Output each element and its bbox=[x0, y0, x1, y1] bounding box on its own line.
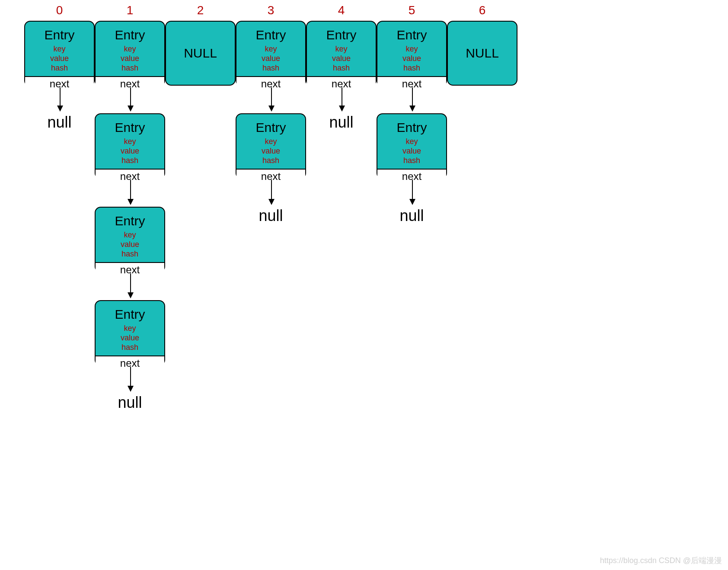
entry-fields: keyvaluehash bbox=[236, 42, 305, 76]
null-target: null bbox=[34, 113, 86, 131]
entry-node: Entrykeyvaluehashnext bbox=[377, 113, 447, 179]
entry-fields: keyvaluehash bbox=[96, 322, 164, 355]
null-target: null bbox=[245, 207, 297, 225]
arrow-down bbox=[271, 87, 272, 111]
arrow-down bbox=[130, 180, 131, 204]
hashmap-diagram: 0123456EntrykeyvaluehashnextnullEntrykey… bbox=[0, 0, 728, 570]
bucket-index: 5 bbox=[403, 3, 421, 17]
entry-title: Entry bbox=[307, 22, 376, 42]
entry-node: Entrykeyvaluehashnext bbox=[95, 300, 165, 366]
null-bucket: NULL bbox=[165, 21, 236, 86]
entry-title: Entry bbox=[96, 22, 164, 42]
entry-title: Entry bbox=[96, 301, 164, 322]
entry-title: Entry bbox=[25, 22, 94, 42]
arrow-down bbox=[130, 273, 131, 298]
null-target: null bbox=[316, 113, 367, 131]
entry-node: Entrykeyvaluehashnext bbox=[377, 21, 447, 86]
entry-title: Entry bbox=[96, 114, 164, 135]
entry-title: Entry bbox=[236, 114, 305, 135]
arrow-down bbox=[271, 180, 272, 204]
null-text: NULL bbox=[466, 46, 499, 61]
entry-node: Entrykeyvaluehashnext bbox=[95, 21, 165, 86]
null-target: null bbox=[386, 207, 438, 225]
bucket-index: 0 bbox=[51, 3, 68, 17]
entry-fields: keyvaluehash bbox=[96, 228, 164, 262]
entry-fields: keyvaluehash bbox=[96, 42, 164, 76]
arrow-down bbox=[342, 87, 342, 111]
entry-node: Entrykeyvaluehashnext bbox=[95, 207, 165, 272]
entry-title: Entry bbox=[236, 22, 305, 42]
bucket-index: 4 bbox=[333, 3, 350, 17]
arrow-down bbox=[412, 180, 413, 204]
arrow-down bbox=[130, 87, 131, 111]
bucket-index: 2 bbox=[192, 3, 209, 17]
bucket-index: 3 bbox=[262, 3, 280, 17]
entry-node: Entrykeyvaluehashnext bbox=[24, 21, 95, 86]
entry-fields: keyvaluehash bbox=[96, 135, 164, 169]
arrow-down bbox=[60, 87, 61, 111]
entry-fields: keyvaluehash bbox=[377, 135, 446, 169]
bucket-index: 6 bbox=[474, 3, 491, 17]
entry-title: Entry bbox=[96, 208, 164, 228]
null-target: null bbox=[104, 394, 156, 412]
entry-node: Entrykeyvaluehashnext bbox=[306, 21, 377, 86]
entry-title: Entry bbox=[377, 22, 446, 42]
entry-fields: keyvaluehash bbox=[236, 135, 305, 169]
null-text: NULL bbox=[184, 46, 217, 61]
null-bucket: NULL bbox=[447, 21, 517, 86]
entry-node: Entrykeyvaluehashnext bbox=[236, 113, 306, 179]
entry-fields: keyvaluehash bbox=[307, 42, 376, 76]
entry-fields: keyvaluehash bbox=[377, 42, 446, 76]
bucket-index: 1 bbox=[121, 3, 139, 17]
entry-fields: keyvaluehash bbox=[25, 42, 94, 76]
arrow-down bbox=[130, 367, 131, 391]
arrow-down bbox=[412, 87, 413, 111]
watermark: https://blog.csdn CSDN @后端漫漫 bbox=[600, 555, 722, 566]
entry-title: Entry bbox=[377, 114, 446, 135]
entry-node: Entrykeyvaluehashnext bbox=[95, 113, 165, 179]
entry-node: Entrykeyvaluehashnext bbox=[236, 21, 306, 86]
